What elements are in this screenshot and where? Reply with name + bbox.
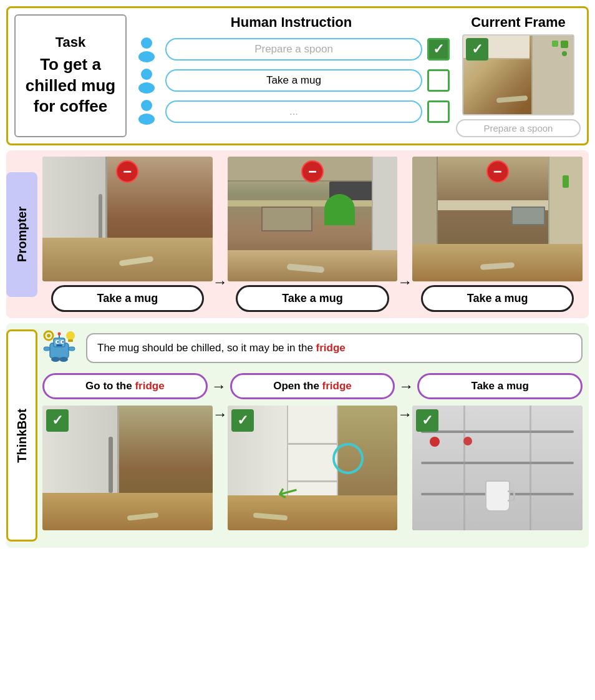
instruction-section: Human Instruction Prepare a spoon ✓ <box>133 14 450 137</box>
prompter-img-1: − <box>42 157 213 281</box>
instruction-section-label: Human Instruction <box>133 14 450 31</box>
instruction-bubble-2: Take a mug <box>165 69 422 92</box>
prompter-label-container: Prompter <box>6 172 37 297</box>
thinkbot-label: ThinkBot <box>15 409 29 463</box>
arrow-1: → <box>213 273 228 312</box>
svg-point-7 <box>47 334 51 338</box>
prompter-frame-3: − Take a mug <box>412 157 583 312</box>
thinkbot-action-3: Take a mug <box>417 373 583 399</box>
svg-point-15 <box>62 341 64 343</box>
top-section: Task To get a chilled mug for coffee Hum… <box>6 6 589 145</box>
red-minus-2: − <box>301 160 324 183</box>
tb-img-2: ↙ ✓ <box>228 406 398 530</box>
tb-frame-3: ✓ <box>412 406 583 530</box>
task-box: Task To get a chilled mug for coffee <box>14 14 127 137</box>
tb-img-3: ✓ <box>412 406 583 530</box>
action-arrow-1: → <box>208 377 230 395</box>
svg-point-5 <box>138 114 155 125</box>
person-icon-2 <box>133 67 160 94</box>
prompter-frames: − Take a mug → <box>42 157 583 312</box>
mug-circle <box>332 443 364 474</box>
svg-point-3 <box>138 82 155 94</box>
check-box-3 <box>427 100 450 123</box>
thinkbot-content: The mug should be chilled, so it may be … <box>42 329 583 530</box>
svg-rect-16 <box>56 344 62 346</box>
person-icon-3 <box>133 98 160 125</box>
tb-img-1: ✓ <box>42 406 213 530</box>
svg-point-14 <box>57 341 59 343</box>
check-mark-1: ✓ <box>433 41 444 57</box>
prompter-img-3: − <box>412 157 583 281</box>
thinkbot-section: ThinkBot <box>6 323 589 548</box>
thinkbot-actions: Go to the fridge → Open the fridge → Tak… <box>42 373 583 399</box>
task-label: Task <box>56 34 86 51</box>
svg-point-20 <box>58 333 61 336</box>
thinkbot-action-2: Open the fridge <box>230 373 395 399</box>
tb-check-2: ✓ <box>231 409 254 432</box>
svg-rect-18 <box>69 347 75 351</box>
prompter-frame-2: − Take a mug <box>228 157 398 312</box>
thinkbot-frames: ✓ → <box>42 406 583 530</box>
check-box-1: ✓ <box>427 38 450 61</box>
tb-arrow-2: → <box>397 406 412 423</box>
action-bubble-2: Take a mug <box>236 285 389 312</box>
main-container: Task To get a chilled mug for coffee Hum… <box>0 0 595 554</box>
frame-caption: Prepare a spoon <box>456 119 581 137</box>
robot-icon <box>42 329 80 367</box>
prompter-frame-1: − Take a mug <box>42 157 213 312</box>
svg-point-0 <box>141 37 152 49</box>
tb-check-1: ✓ <box>46 409 69 432</box>
svg-point-4 <box>141 100 152 111</box>
tb-frame-2: ↙ ✓ <box>228 406 398 530</box>
check-box-2 <box>427 69 450 92</box>
action-arrow-2: → <box>395 377 417 395</box>
task-text: To get a chilled mug for coffee <box>22 54 119 117</box>
thinkbot-label-container: ThinkBot <box>6 329 37 542</box>
tb-check-3: ✓ <box>416 409 438 432</box>
svg-point-2 <box>141 69 152 80</box>
thinkbot-thought: The mug should be chilled, so it may be … <box>42 329 583 367</box>
svg-point-1 <box>138 51 155 62</box>
red-minus-3: − <box>486 160 509 183</box>
svg-rect-17 <box>44 347 50 351</box>
frame-check-badge: ✓ <box>466 38 488 61</box>
tb-arrow-1: → <box>213 406 228 423</box>
prompter-section: Prompter − T <box>6 150 589 318</box>
instruction-rows: Prepare a spoon ✓ Take a mug <box>133 36 450 125</box>
thinkbot-action-1: Go to the fridge <box>42 373 208 399</box>
svg-point-22 <box>59 357 68 362</box>
prompter-label: Prompter <box>15 207 29 262</box>
svg-point-21 <box>51 357 60 362</box>
action-bubble-1: Take a mug <box>51 285 204 312</box>
action-bubble-3: Take a mug <box>421 285 574 312</box>
tb-frame-1: ✓ <box>42 406 213 530</box>
current-frame-label: Current Frame <box>471 14 566 31</box>
instruction-bubble-1: Prepare a spoon <box>165 38 422 61</box>
instruction-row-2: Take a mug <box>133 67 450 94</box>
red-minus-1: − <box>116 160 138 183</box>
prompter-img-2: − <box>228 157 398 281</box>
fridge-highlight-1: fridge <box>316 342 346 354</box>
frame-image: ✓ <box>462 34 574 115</box>
instruction-row-1: Prepare a spoon ✓ <box>133 36 450 63</box>
thought-bubble: The mug should be chilled, so it may be … <box>86 333 583 363</box>
arrow-2: → <box>397 273 412 312</box>
current-frame-section: Current Frame ✓ <box>456 14 581 137</box>
instruction-row-3: ... <box>133 98 450 125</box>
instruction-bubble-3: ... <box>165 100 422 123</box>
person-icon-1 <box>133 36 160 63</box>
svg-point-8 <box>66 331 75 340</box>
svg-rect-9 <box>68 339 73 342</box>
